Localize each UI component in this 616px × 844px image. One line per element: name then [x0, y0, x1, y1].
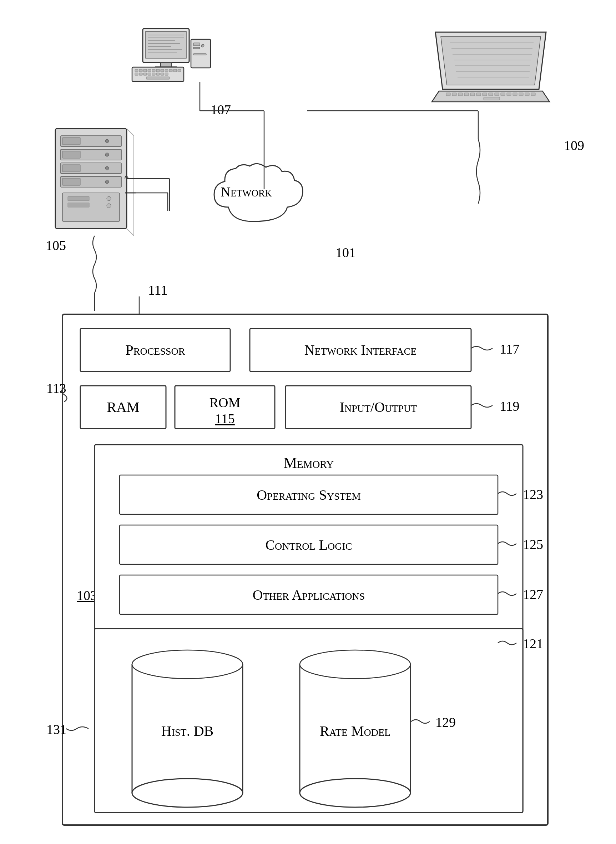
svg-rect-34: [156, 73, 160, 75]
svg-rect-10: [161, 63, 171, 67]
rom-label: ROM: [210, 395, 241, 410]
laptop-icon: [432, 32, 550, 102]
svg-rect-53: [477, 93, 481, 96]
hist-db-icon: Hist. DB: [132, 650, 243, 807]
processor-label: Processor: [126, 342, 185, 358]
ref-125: 125: [523, 537, 543, 552]
os-label: Operating System: [257, 487, 361, 503]
ref-131: 131: [46, 722, 67, 737]
hist-db-label: Hist. DB: [161, 723, 213, 739]
other-apps-label: Other Applications: [253, 587, 365, 603]
ref-119: 119: [500, 398, 520, 414]
svg-marker-47: [432, 91, 550, 102]
svg-rect-2: [146, 31, 186, 58]
svg-rect-25: [165, 69, 168, 72]
svg-rect-29: [135, 73, 138, 75]
svg-rect-23: [156, 69, 160, 72]
svg-rect-62: [531, 93, 535, 96]
svg-point-70: [105, 153, 109, 156]
svg-point-86: [132, 779, 243, 807]
svg-rect-79: [68, 203, 89, 207]
svg-rect-72: [62, 165, 80, 172]
svg-rect-26: [169, 69, 172, 72]
svg-rect-60: [519, 93, 523, 96]
svg-rect-54: [483, 93, 487, 96]
rate-model-label: Rate Model: [320, 723, 390, 739]
svg-rect-57: [501, 93, 505, 96]
server-icon: [55, 129, 134, 236]
svg-rect-16: [194, 54, 206, 55]
svg-rect-30: [139, 73, 142, 75]
svg-rect-59: [513, 93, 517, 96]
ref-127: 127: [523, 587, 543, 602]
svg-rect-51: [464, 93, 469, 96]
svg-point-76: [105, 180, 109, 184]
svg-rect-56: [495, 93, 499, 96]
svg-rect-52: [470, 93, 475, 96]
ref-117: 117: [500, 341, 520, 356]
svg-rect-48: [446, 93, 450, 96]
svg-rect-14: [194, 47, 200, 49]
input-output-label: Input/Output: [340, 399, 417, 415]
ref-105: 105: [46, 238, 66, 253]
svg-rect-22: [152, 69, 155, 72]
ref-101: 101: [336, 245, 356, 260]
svg-rect-58: [507, 93, 511, 96]
ref-107: 107: [211, 102, 231, 117]
svg-rect-18: [135, 69, 138, 72]
ref-123: 123: [523, 487, 543, 502]
svg-rect-78: [68, 196, 89, 201]
ref-109: 109: [564, 138, 584, 153]
svg-rect-20: [144, 69, 147, 72]
svg-point-80: [107, 196, 111, 201]
svg-point-89: [300, 779, 411, 807]
svg-rect-63: [484, 97, 500, 100]
svg-point-90: [300, 650, 411, 679]
svg-rect-75: [62, 178, 80, 185]
svg-point-15: [201, 44, 204, 47]
ref-103: 103: [77, 588, 97, 603]
svg-rect-36: [165, 73, 168, 75]
ram-label: RAM: [107, 399, 139, 415]
svg-point-73: [105, 166, 109, 170]
svg-rect-61: [525, 93, 529, 96]
svg-rect-35: [161, 73, 164, 75]
svg-rect-27: [173, 69, 177, 72]
svg-marker-39: [441, 37, 541, 85]
svg-rect-19: [139, 69, 142, 72]
svg-rect-24: [161, 69, 164, 72]
svg-point-67: [105, 139, 109, 143]
svg-rect-33: [152, 73, 155, 75]
ref-111: 111: [148, 282, 167, 297]
diagram: 107 109: [0, 0, 616, 844]
rate-model-icon: Rate Model: [300, 650, 411, 807]
network-interface-label: Network Interface: [304, 342, 417, 358]
svg-rect-31: [144, 73, 147, 75]
svg-rect-37: [146, 77, 170, 79]
svg-rect-55: [488, 93, 493, 96]
svg-rect-21: [148, 69, 151, 72]
svg-point-81: [107, 204, 111, 208]
svg-rect-13: [194, 43, 200, 46]
ref-129: 129: [436, 715, 456, 730]
memory-label: Memory: [284, 455, 334, 471]
ref-121: 121: [523, 636, 543, 651]
svg-rect-49: [452, 93, 456, 96]
rom-number: 115: [215, 411, 235, 426]
control-logic-label: Control Logic: [265, 537, 352, 553]
svg-rect-69: [62, 151, 80, 158]
svg-rect-66: [62, 138, 80, 145]
svg-rect-28: [178, 69, 181, 72]
svg-rect-32: [148, 73, 151, 75]
svg-rect-50: [458, 93, 462, 96]
svg-point-87: [132, 650, 243, 679]
